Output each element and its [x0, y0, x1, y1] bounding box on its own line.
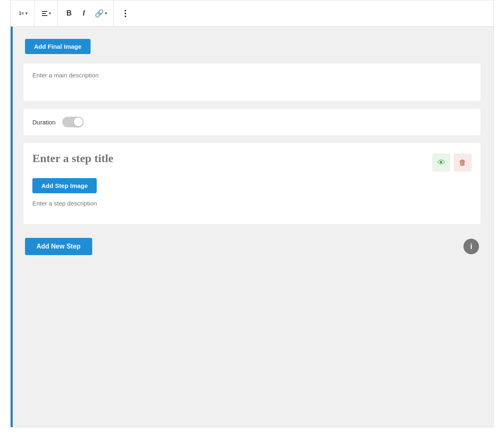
add-step-image-button[interactable]: Add Step Image [32, 178, 97, 193]
more-icon [125, 10, 126, 17]
toolbar-group-align: ▾ [35, 0, 58, 26]
italic-icon: I [83, 9, 85, 18]
ordered-list-button[interactable]: 1≡ ▾ [16, 6, 31, 21]
step-card-header: 👁 🗑 [32, 152, 472, 172]
italic-button[interactable]: I [77, 6, 91, 21]
toolbar-group-more [115, 0, 136, 26]
duration-card: Duration [23, 108, 481, 136]
ordered-list-icon: 1≡ [19, 11, 24, 16]
main-content: Add Final Image Duration [10, 26, 494, 427]
chevron-down-icon-2: ▾ [49, 11, 51, 16]
toggle-track [62, 117, 84, 127]
duration-row: Duration [32, 117, 472, 127]
toolbar-group-list: 1≡ ▾ [12, 0, 34, 26]
step-delete-button[interactable]: 🗑 [454, 154, 472, 172]
toggle-thumb [74, 118, 83, 127]
chevron-down-icon: ▾ [25, 11, 27, 16]
more-options-button[interactable] [118, 6, 133, 21]
link-icon: 🔗 [95, 9, 104, 18]
main-description-input[interactable] [32, 72, 472, 91]
eye-icon: 👁 [437, 158, 445, 167]
step-title-input[interactable] [32, 152, 432, 165]
step-visibility-button[interactable]: 👁 [432, 154, 450, 172]
step-description-input[interactable] [32, 200, 472, 214]
toolbar: 1≡ ▾ ▾ B I 🔗 ▾ [10, 0, 494, 26]
step-card-actions: 👁 🗑 [432, 154, 472, 172]
info-button[interactable]: i [463, 239, 479, 254]
bottom-bar: Add New Step i [23, 234, 481, 255]
info-icon: i [470, 242, 472, 251]
bold-button[interactable]: B [62, 6, 77, 21]
chevron-down-icon-3: ▾ [105, 11, 107, 16]
duration-toggle[interactable] [62, 117, 84, 127]
main-description-card [23, 63, 481, 102]
trash-icon: 🗑 [459, 158, 466, 167]
add-final-image-button[interactable]: Add Final Image [25, 39, 91, 54]
step-card: 👁 🗑 Add Step Image [23, 142, 481, 225]
link-button[interactable]: 🔗 ▾ [91, 6, 110, 21]
align-button[interactable]: ▾ [39, 6, 54, 21]
add-new-step-button[interactable]: Add New Step [25, 238, 92, 255]
toolbar-group-text: B I 🔗 ▾ [59, 0, 114, 26]
bold-icon: B [66, 9, 72, 18]
duration-label: Duration [32, 119, 56, 126]
page-wrapper: 1≡ ▾ ▾ B I 🔗 ▾ [10, 0, 494, 427]
align-icon [42, 11, 48, 16]
